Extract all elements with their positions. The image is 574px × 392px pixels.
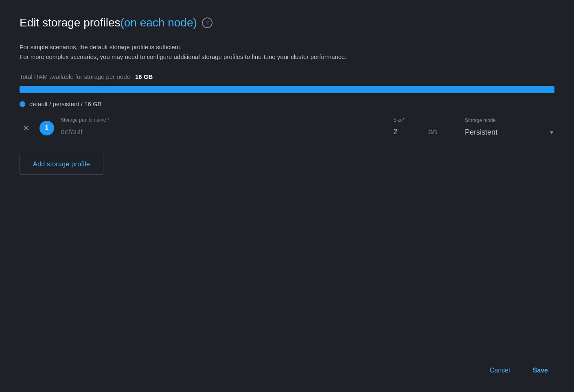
size-field: Size* GB [393, 117, 458, 139]
delete-profile-button[interactable]: ✕ [20, 122, 33, 135]
size-input[interactable] [393, 125, 426, 139]
progress-bar-fill [20, 86, 554, 93]
profile-name-field: Storage profile name * [61, 117, 387, 139]
title-static: Edit storage profiles [20, 16, 120, 29]
storage-mode-select[interactable]: Persistent Ephemeral [465, 126, 549, 139]
storage-mode-label: Storage mode [465, 118, 554, 123]
title-row: Edit storage profiles(on each node) ? [20, 16, 554, 29]
title-highlight: (on each node) [120, 16, 197, 29]
profile-name-label: Storage profile name * [61, 117, 387, 123]
cancel-button[interactable]: Cancel [483, 364, 517, 377]
save-button[interactable]: Save [526, 364, 554, 377]
size-label: Size* [393, 117, 458, 123]
description-line1: For simple scenarios, the default storag… [20, 42, 554, 52]
profile-row: ✕ 1 Storage profile name * Size* GB Stor… [20, 117, 554, 139]
description: For simple scenarios, the default storag… [20, 42, 554, 62]
size-input-row: GB [393, 125, 458, 139]
bottom-actions: Cancel Save [483, 364, 554, 377]
profile-summary-label: default / persistent / 16 GB [29, 100, 102, 107]
profile-name-input[interactable] [61, 125, 387, 139]
ram-label: Total RAM available for storage per node… [20, 73, 132, 80]
storage-mode-field: Storage mode Persistent Ephemeral ▼ [465, 118, 554, 139]
mode-select-row: Persistent Ephemeral ▼ [465, 126, 554, 139]
chevron-down-icon: ▼ [549, 129, 554, 139]
ram-value: 16 GB [135, 73, 153, 80]
storage-progress-bar [20, 86, 554, 93]
description-line2: For more complex scenarios, you may need… [20, 52, 554, 62]
page-title: Edit storage profiles(on each node) [20, 16, 197, 29]
profile-indicator: default / persistent / 16 GB [20, 100, 554, 107]
help-icon[interactable]: ? [202, 17, 213, 28]
profile-badge-number: 1 [39, 121, 54, 135]
add-storage-profile-button[interactable]: Add storage profile [20, 154, 103, 175]
size-unit: GB [426, 128, 442, 139]
ram-info: Total RAM available for storage per node… [20, 73, 554, 80]
profile-dot [20, 101, 25, 107]
